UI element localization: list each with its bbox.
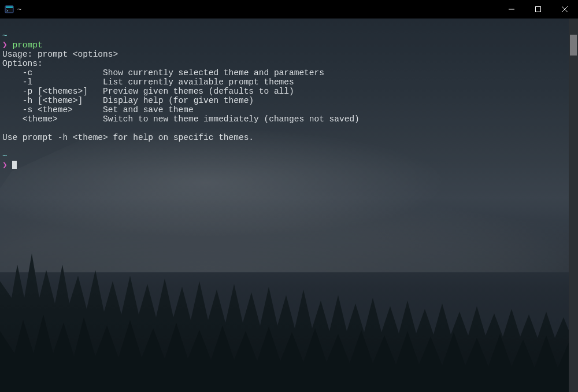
options-header-line: Options: [2, 59, 566, 68]
cursor[interactable] [12, 161, 17, 169]
footer-text: Use prompt -h <theme> for help on specif… [2, 133, 254, 142]
blank-line [2, 124, 566, 133]
cwd-tilde: ~ [2, 151, 8, 161]
minimize-button[interactable] [498, 0, 525, 19]
footer-line: Use prompt -h <theme> for help on specif… [2, 133, 566, 142]
cwd-tilde: ~ [2, 31, 8, 40]
options-header: Options: [2, 59, 43, 68]
prompt-line: ❯ [2, 161, 566, 170]
command-text: prompt [12, 40, 42, 50]
option-line-5: <theme> Switch to new theme immediately … [2, 114, 566, 124]
option-line-0: -c Show currently selected theme and par… [2, 68, 566, 77]
usage-line: Usage: prompt <options> [2, 50, 566, 59]
app-icon [5, 5, 14, 14]
option-row: -l List currently available prompt theme… [2, 77, 294, 87]
option-row: -h [<theme>] Display help (for given the… [2, 96, 254, 105]
command-line: ❯ prompt [2, 40, 566, 50]
terminal-output[interactable]: ~❯ promptUsage: prompt <options>Options:… [0, 19, 569, 392]
svg-rect-1 [6, 6, 13, 8]
option-row: -p [<themes>] Preview given themes (defa… [2, 87, 294, 96]
option-line-1: -l List currently available prompt theme… [2, 77, 566, 87]
cwd-line: ~ [2, 31, 566, 40]
blank-line [2, 22, 566, 31]
option-row: <theme> Switch to new theme immediately … [2, 114, 360, 124]
option-line-2: -p [<themes>] Preview given themes (defa… [2, 87, 566, 96]
prompt-arrow: ❯ [2, 40, 12, 50]
window-title: ~ [17, 5, 21, 13]
option-line-3: -h [<theme>] Display help (for given the… [2, 96, 566, 105]
option-row: -s <theme> Set and save theme [2, 105, 194, 114]
option-row: -c Show currently selected theme and par… [2, 68, 324, 77]
close-button[interactable] [551, 0, 578, 19]
terminal-viewport[interactable]: ~❯ promptUsage: prompt <options>Options:… [0, 19, 578, 392]
scrollbar-thumb[interactable] [570, 35, 577, 56]
cwd-line: ~ [2, 151, 566, 161]
titlebar[interactable]: ~ [0, 0, 578, 19]
terminal-window: ~ [0, 0, 578, 392]
usage-text: Usage: prompt <options> [2, 50, 118, 59]
svg-rect-2 [536, 7, 541, 12]
prompt-arrow: ❯ [2, 161, 12, 170]
option-line-4: -s <theme> Set and save theme [2, 105, 566, 114]
blank-line [2, 142, 566, 151]
maximize-button[interactable] [525, 0, 551, 19]
scrollbar[interactable] [569, 19, 578, 392]
